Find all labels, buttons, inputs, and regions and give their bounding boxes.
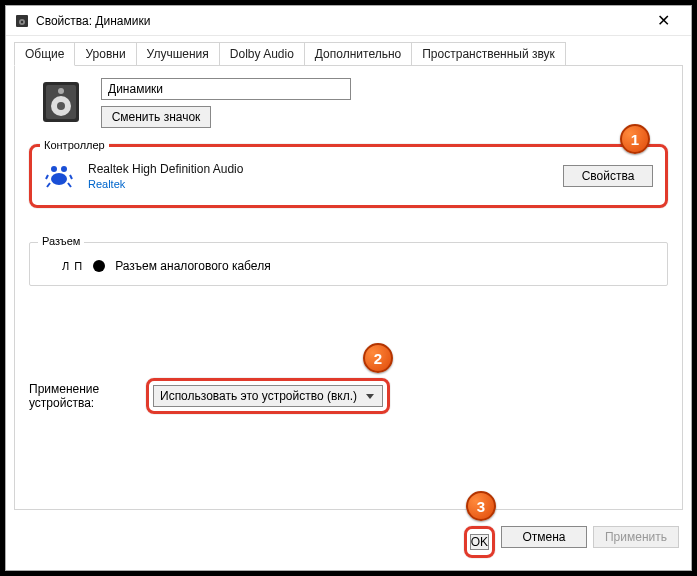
speaker-device-icon	[39, 80, 83, 124]
tab-dolby[interactable]: Dolby Audio	[219, 42, 305, 65]
svg-point-8	[51, 173, 67, 185]
tab-levels[interactable]: Уровни	[74, 42, 136, 65]
realtek-crab-icon	[44, 161, 74, 191]
dialog-footer: OK 3 Отмена Применить	[6, 518, 691, 570]
svg-point-10	[61, 166, 67, 172]
controller-group: Контроллер Realtek High Definition Audio…	[29, 144, 668, 208]
controller-group-label: Контроллер	[40, 139, 109, 151]
tab-strip: Общие Уровни Улучшения Dolby Audio Допол…	[6, 36, 691, 65]
jack-color-dot-icon	[93, 260, 105, 272]
device-usage-select-highlight: Использовать это устройство (вкл.) 2	[146, 378, 390, 414]
ok-button[interactable]: OK	[470, 534, 489, 550]
close-icon[interactable]: ✕	[643, 7, 683, 35]
tab-general[interactable]: Общие	[14, 42, 75, 66]
apply-button: Применить	[593, 526, 679, 548]
tab-content-general: Сменить значок Контроллер Realtek High D…	[14, 65, 683, 510]
controller-vendor-link[interactable]: Realtek	[88, 178, 549, 190]
tab-advanced[interactable]: Дополнительно	[304, 42, 412, 65]
window-title: Свойства: Динамики	[36, 14, 643, 28]
jack-group: Разъем Л П Разъем аналогового кабеля	[29, 242, 668, 286]
annotation-badge-1: 1	[620, 124, 650, 154]
change-icon-button[interactable]: Сменить значок	[101, 106, 211, 128]
device-name-input[interactable]	[101, 78, 351, 100]
svg-point-9	[51, 166, 57, 172]
svg-point-7	[58, 88, 64, 94]
device-usage-selected: Использовать это устройство (вкл.)	[160, 389, 357, 403]
annotation-badge-2: 2	[363, 343, 393, 373]
jack-lp-label: Л П	[62, 260, 83, 272]
jack-group-label: Разъем	[38, 235, 84, 247]
device-usage-label: Применение устройства:	[29, 382, 124, 410]
device-usage-select[interactable]: Использовать это устройство (вкл.)	[153, 385, 383, 407]
speaker-titlebar-icon	[14, 13, 30, 29]
annotation-badge-3: 3	[466, 491, 496, 521]
tab-enhancements[interactable]: Улучшения	[136, 42, 220, 65]
titlebar: Свойства: Динамики ✕	[6, 6, 691, 36]
controller-name: Realtek High Definition Audio	[88, 162, 549, 176]
properties-dialog: Свойства: Динамики ✕ Общие Уровни Улучше…	[5, 5, 692, 571]
jack-description: Разъем аналогового кабеля	[115, 259, 270, 273]
controller-properties-button[interactable]: Свойства	[563, 165, 653, 187]
tab-spatial[interactable]: Пространственный звук	[411, 42, 566, 65]
svg-point-6	[57, 102, 65, 110]
cancel-button[interactable]: Отмена	[501, 526, 587, 548]
ok-button-highlight: OK 3	[464, 526, 495, 558]
svg-point-2	[21, 20, 23, 22]
